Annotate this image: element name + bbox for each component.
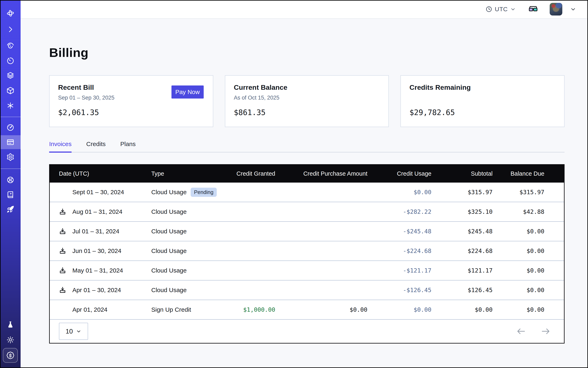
page-title: Billing xyxy=(49,45,565,60)
column-header: Credit Usage xyxy=(367,170,431,177)
arrow-left-icon xyxy=(516,327,526,335)
download-invoice-button[interactable] xyxy=(59,208,66,215)
tab-plans[interactable]: Plans xyxy=(120,140,136,152)
subtotal-cell: $315.97 xyxy=(431,189,493,196)
collapse-chevron-icon[interactable] xyxy=(0,22,21,37)
pay-now-button[interactable]: Pay Now xyxy=(172,85,204,99)
subtotal-cell: $126.45 xyxy=(431,287,493,294)
invoice-date: Aug 01 – 31, 2024 xyxy=(72,208,122,215)
credits-remaining-card: Credits Remaining $29,782.65 xyxy=(400,75,565,127)
credit-usage-cell: -$245.48 xyxy=(367,228,431,235)
pending-badge: Pending xyxy=(191,188,217,197)
timezone-picker[interactable]: UTC xyxy=(485,6,516,13)
download-invoice-button[interactable] xyxy=(59,228,66,235)
chevron-down-icon xyxy=(76,329,81,334)
history-timer-icon[interactable] xyxy=(0,54,21,68)
chevron-down-icon xyxy=(510,6,516,12)
invoice-date-cell: Aug 01 – 31, 2024 xyxy=(59,208,151,215)
rewards-dollar-badge-button[interactable] xyxy=(3,348,18,363)
credit-usage-cell: -$126.45 xyxy=(367,287,431,294)
asterisk-icon[interactable] xyxy=(0,98,21,113)
download-slot xyxy=(59,228,72,235)
dollar-badge-icon xyxy=(6,351,15,359)
invoice-date-cell: Jul 01 – 31, 2024 xyxy=(59,228,151,235)
prev-page-button[interactable] xyxy=(516,327,526,335)
invoice-type-cell: Cloud Usage xyxy=(151,208,225,215)
download-slot xyxy=(59,286,72,294)
subtotal-cell: $245.48 xyxy=(431,228,493,235)
invoice-type-cell: Cloud Usage xyxy=(151,287,225,294)
tab-credits[interactable]: Credits xyxy=(86,140,106,152)
topbar: UTC xyxy=(21,0,588,19)
account-menu-button[interactable] xyxy=(570,6,576,12)
cube-icon[interactable] xyxy=(0,83,21,98)
invoice-type: Sign Up Credit xyxy=(151,306,191,313)
docs-book-icon[interactable] xyxy=(0,187,21,202)
invoice-type: Cloud Usage xyxy=(151,267,187,274)
invoice-row: Jun 01 – 30, 2024Cloud Usage-$224.68$224… xyxy=(50,241,564,261)
card-amount: $2,061.35 xyxy=(58,108,204,117)
table-header-row: Date (UTC) Type Credit Granted Credit Pu… xyxy=(50,165,564,183)
card-title: Current Balance xyxy=(234,83,380,91)
invoice-date-cell: May 01 – 31, 2024 xyxy=(59,267,151,274)
invoice-date: Apr 01 – 30, 2024 xyxy=(72,287,121,294)
theme-sun-icon[interactable] xyxy=(0,332,21,347)
invoice-date: Apr 01, 2024 xyxy=(72,306,108,313)
invoice-date-cell: Apr 01, 2024 xyxy=(59,306,151,313)
invoice-row: Aug 01 – 31, 2024Cloud Usage-$282.22$325… xyxy=(50,202,564,222)
invoice-row: Jul 01 – 31, 2024Cloud Usage-$245.48$245… xyxy=(50,222,564,241)
next-page-button[interactable] xyxy=(541,327,551,335)
usage-gauge-icon[interactable] xyxy=(0,120,21,135)
download-slot xyxy=(59,267,72,274)
recent-bill-card: Recent Bill Sep 01 – Sep 30, 2025 $2,061… xyxy=(49,75,213,127)
avatar[interactable] xyxy=(550,3,562,16)
vision-mode-toggle[interactable] xyxy=(528,5,538,13)
download-invoice-button[interactable] xyxy=(59,247,66,255)
download-invoice-button[interactable] xyxy=(59,267,66,274)
card-title: Credits Remaining xyxy=(409,83,556,91)
invoice-type-cell: Sign Up Credit xyxy=(151,306,225,313)
invoices-table: Date (UTC) Type Credit Granted Credit Pu… xyxy=(49,164,565,343)
balance-due-cell: $315.97 xyxy=(493,189,544,196)
invoice-type: Cloud Usage xyxy=(151,189,187,196)
page-size-select[interactable]: 10 xyxy=(59,323,88,340)
clock-icon xyxy=(485,6,492,13)
column-header: Credit Granted xyxy=(225,170,275,177)
invoice-type: Cloud Usage xyxy=(151,248,187,254)
invoice-date: May 01 – 31, 2024 xyxy=(72,267,123,274)
table-footer: 10 xyxy=(50,320,564,343)
settings-gear-icon[interactable] xyxy=(0,150,21,165)
logo-orbit-icon[interactable] xyxy=(0,6,21,21)
labs-flask-icon[interactable] xyxy=(0,317,21,332)
invoice-type-cell: Cloud UsagePending xyxy=(151,188,225,197)
column-header: Credit Purchase Amount xyxy=(275,170,367,177)
billing-card-icon[interactable] xyxy=(0,135,21,149)
invoice-type-cell: Cloud Usage xyxy=(151,248,225,254)
download-slot xyxy=(59,208,72,215)
credit-usage-cell: -$224.68 xyxy=(367,248,431,254)
page-size-value: 10 xyxy=(66,328,73,335)
subtotal-cell: $224.68 xyxy=(431,248,493,254)
billing-tabs: Invoices Credits Plans xyxy=(49,140,565,152)
column-header: Balance Due xyxy=(493,170,544,177)
layers-icon[interactable] xyxy=(0,68,21,83)
column-header: Type xyxy=(151,170,225,177)
download-slot xyxy=(59,247,72,255)
rocket-icon[interactable] xyxy=(0,202,21,217)
balance-due-cell: $0.00 xyxy=(493,306,544,313)
invoice-date: Sept 01 – 30, 2024 xyxy=(72,189,124,196)
invoice-type: Cloud Usage xyxy=(151,208,187,215)
credit-usage-cell: $0.00 xyxy=(367,306,431,313)
subtotal-cell: $0.00 xyxy=(431,306,493,313)
sidebar xyxy=(0,0,21,368)
helm-wheel-icon[interactable] xyxy=(0,173,21,187)
card-subtitle: As of Oct 15, 2025 xyxy=(234,95,380,101)
invoice-type: Cloud Usage xyxy=(151,228,187,235)
tab-invoices[interactable]: Invoices xyxy=(49,140,72,152)
observe-icon[interactable] xyxy=(0,38,21,53)
subtotal-cell: $325.10 xyxy=(431,208,493,215)
table-body: Sept 01 – 30, 2024Cloud UsagePending$0.0… xyxy=(50,183,564,320)
arrow-right-icon xyxy=(541,327,551,335)
card-amount: $29,782.65 xyxy=(409,108,556,117)
download-invoice-button[interactable] xyxy=(59,286,66,294)
